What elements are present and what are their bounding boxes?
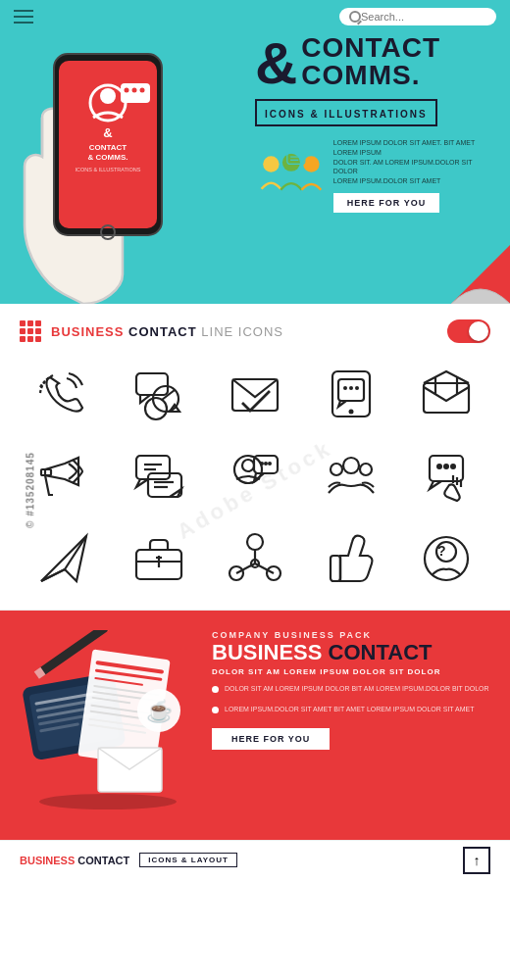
icon-chat-group <box>116 359 204 429</box>
icons-section: BUSINESS CONTACT LINE ICONS <box>0 304 510 611</box>
svg-marker-54 <box>254 473 264 481</box>
header-section: & CONTACT & COMMS. ICONS & ILLUSTRATIONS… <box>0 0 510 304</box>
people-illustration: LOREM IPSUM DOLOR SIT AMET. BIT AMET LOR… <box>255 138 490 213</box>
svg-point-33 <box>349 386 353 390</box>
sub-title-red: DOLOR SIT AM LOREM IPSUM DOLOR SIT DOLOR <box>212 667 490 676</box>
here-for-you-red-button[interactable]: HERE FOR YOU <box>212 728 330 750</box>
svg-point-53 <box>268 462 272 466</box>
svg-point-56 <box>331 464 342 475</box>
icon-help-person: ? <box>402 523 490 594</box>
icon-tablet-chat <box>307 359 395 429</box>
svg-point-49 <box>242 460 254 471</box>
icon-chat-bubbles <box>116 441 204 512</box>
svg-point-16 <box>263 157 279 172</box>
toggle-knob <box>469 321 488 341</box>
contact-title: CONTACT <box>301 34 440 62</box>
svg-point-52 <box>264 462 268 466</box>
red-content-layout: ☕ COMPANY BUSINESS PACK BUSINESS CONTACT… <box>20 630 490 820</box>
phone-hand-illustration: & CONTACT & COMMS. ICONS & ILLUSTRATIONS <box>5 29 221 304</box>
toggle-switch[interactable] <box>447 319 490 343</box>
contact-label: CONTACT <box>128 324 197 339</box>
svg-point-85 <box>39 794 177 809</box>
bullet-item-2: LOREM IPSUM.DOLOR SIT AMET BIT AMET LORE… <box>212 705 490 721</box>
icon-touch-chat <box>402 441 490 512</box>
svg-text:& COMMS.: & COMMS. <box>88 153 128 162</box>
footer-business-label: BUSINESS <box>20 855 75 866</box>
footer-title: BUSINESS CONTACT <box>20 855 129 866</box>
svg-point-57 <box>360 464 372 475</box>
svg-point-18 <box>303 157 319 172</box>
icon-phone-ring <box>20 359 108 429</box>
subtitle-box: ICONS & ILLUSTRATIONS <box>255 99 437 126</box>
svg-point-34 <box>355 386 359 390</box>
svg-point-8 <box>125 88 129 93</box>
here-for-you-button[interactable]: HERE FOR YOU <box>333 193 439 213</box>
svg-point-73 <box>247 534 263 550</box>
svg-point-82 <box>425 537 468 580</box>
svg-text:?: ? <box>437 543 446 559</box>
svg-point-51 <box>260 462 264 466</box>
icon-network-person <box>211 523 299 594</box>
icons-grid: ? <box>20 359 490 594</box>
subtitle-text: ICONS & ILLUSTRATIONS <box>265 109 428 120</box>
svg-point-61 <box>450 464 456 469</box>
icon-person-chat <box>211 441 299 512</box>
icon-email-check <box>211 359 299 429</box>
page-curl <box>451 245 510 304</box>
grid-icon <box>20 320 41 342</box>
bullet-dot-1 <box>212 686 219 693</box>
svg-text:☕: ☕ <box>146 698 174 724</box>
section-title-row: BUSINESS CONTACT LINE ICONS <box>20 320 283 342</box>
svg-rect-81 <box>331 556 340 581</box>
stock-id-watermark: © #135208145 <box>25 452 35 528</box>
footer-bar: BUSINESS CONTACT ICONS & LAYOUT ↑ <box>0 840 510 879</box>
header-content: & CONTACT COMMS. ICONS & ILLUSTRATIONS <box>255 34 490 220</box>
icon-open-mail <box>402 359 490 429</box>
scroll-up-arrow: ↑ <box>474 853 481 868</box>
footer-left: BUSINESS CONTACT ICONS & LAYOUT <box>20 853 237 867</box>
line-icons-label: LINE ICONS <box>201 324 283 339</box>
svg-rect-22 <box>136 373 168 395</box>
svg-point-59 <box>436 464 442 469</box>
business-label: BUSINESS <box>51 324 124 339</box>
svg-text:CONTACT: CONTACT <box>89 143 128 152</box>
red-text-content: COMPANY BUSINESS PACK BUSINESS CONTACT D… <box>212 630 490 820</box>
people-svg <box>255 148 328 202</box>
business-title-red: BUSINESS CONTACT <box>212 642 490 663</box>
comms-title: COMMS. <box>301 62 440 89</box>
company-pack-label: COMPANY BUSINESS PACK <box>212 630 490 640</box>
business-red-label: BUSINESS <box>212 640 322 664</box>
search-input[interactable] <box>361 11 479 23</box>
main-title: & CONTACT COMMS. <box>255 34 490 93</box>
svg-point-30 <box>348 410 353 415</box>
icon-group-chat <box>307 441 395 512</box>
svg-marker-66 <box>41 536 86 581</box>
contact-red-label: CONTACT <box>329 640 433 664</box>
docs-svg: ☕ <box>20 630 206 816</box>
svg-marker-35 <box>338 401 346 407</box>
svg-rect-7 <box>121 83 150 103</box>
nav-bar <box>0 0 510 33</box>
svg-marker-43 <box>136 479 148 487</box>
svg-point-55 <box>343 458 359 473</box>
hamburger-icon[interactable] <box>14 10 33 24</box>
icon-paper-plane <box>20 523 108 594</box>
svg-point-6 <box>100 88 116 104</box>
lorem-text: LOREM IPSUM DOLOR SIT AMET. BIT AMET LOR… <box>333 138 490 186</box>
icon-briefcase <box>116 523 204 594</box>
svg-marker-62 <box>430 481 441 489</box>
lorem-red-2: LOREM IPSUM.DOLOR SIT AMET BIT AMET LORE… <box>225 705 475 715</box>
scroll-up-button[interactable]: ↑ <box>463 847 490 874</box>
footer-badge: ICONS & LAYOUT <box>139 853 237 867</box>
svg-rect-40 <box>136 456 170 479</box>
svg-point-60 <box>443 464 449 469</box>
search-icon <box>349 11 361 23</box>
section-header: BUSINESS CONTACT LINE ICONS <box>20 319 490 343</box>
lorem-red-1: DOLOR SIT AM LOREM IPSUM DOLOR BIT AM LO… <box>225 684 489 695</box>
svg-point-10 <box>140 88 145 93</box>
red-section: ☕ COMPANY BUSINESS PACK BUSINESS CONTACT… <box>0 611 510 840</box>
svg-text:ICONS & ILLUSTRATIONS: ICONS & ILLUSTRATIONS <box>76 167 141 172</box>
section-title: BUSINESS CONTACT LINE ICONS <box>51 324 283 339</box>
icon-thumbs-up <box>307 523 395 594</box>
search-bar[interactable] <box>339 8 496 25</box>
